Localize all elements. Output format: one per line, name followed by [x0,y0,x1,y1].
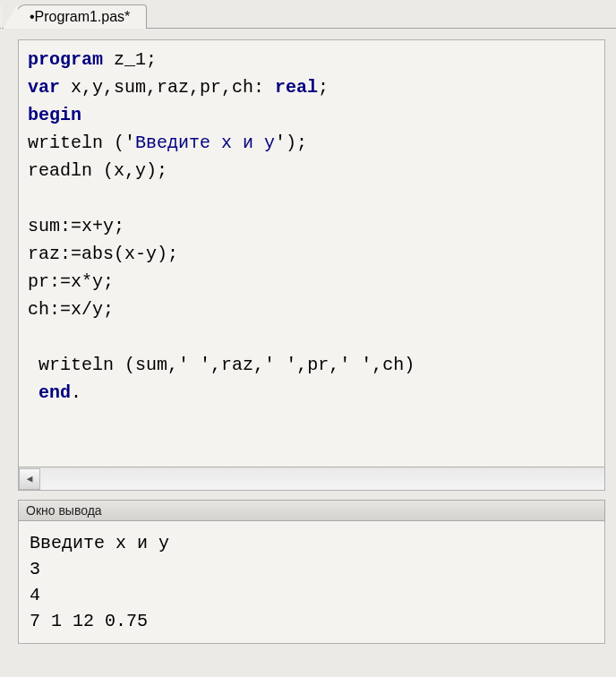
output-body[interactable]: Введите x и y 3 4 7 1 12 0.75 [18,521,605,644]
code-text: ' [124,133,135,153]
string-literal: Введите x и y [135,133,275,153]
code-text: writeln (sum, [28,355,178,375]
code-text: . [71,382,81,403]
output-panel: Окно вывода Введите x и y 3 4 7 1 12 0.7… [18,500,605,644]
tab-program1[interactable]: •Program1.pas* [16,4,147,29]
code-text: ); [286,133,307,153]
tab-bar: •Program1.pas* [0,0,616,29]
code-text: ' [361,355,372,375]
string-literal [189,355,200,375]
code-editor[interactable]: program z_1; var x,y,sum,raz,pr,ch: real… [18,39,605,467]
string-literal [275,355,286,375]
output-line: 4 [30,585,40,605]
code-text: ' [264,355,275,375]
output-title: Окно вывода [18,500,605,521]
code-text: ' [339,355,350,375]
kw-end: end [38,382,71,403]
code-text: readln (x,y); [28,160,167,181]
code-text [28,382,38,403]
kw-var: var [28,77,60,98]
editor-wrap: program z_1; var x,y,sum,raz,pr,ch: real… [0,29,616,467]
code-text: pr:=x*y; [28,271,114,292]
kw-real: real [275,77,318,98]
code-text: x,y,sum,raz,pr,ch: [60,77,275,98]
code-text: ,raz, [210,355,264,375]
code-text: writeln [28,133,103,153]
output-line: 7 1 12 0.75 [30,611,148,631]
code-text: raz:=abs(x-y); [28,244,178,264]
code-text: ch:=x/y; [28,299,114,320]
kw-program: program [28,49,103,70]
code-text: ' [286,355,296,375]
output-line: Введите x и y [30,533,169,553]
code-text: ' [200,355,210,375]
scroll-track[interactable] [40,468,604,490]
code-text: ,ch) [372,355,415,375]
string-literal [350,355,361,375]
code-text: z_1; [103,49,157,70]
code-text: sum:=x+y; [28,216,124,236]
code-text: ' [275,133,286,153]
code-text: ; [318,77,329,98]
chevron-left-icon: ◀ [27,473,33,484]
code-text: ( [103,133,124,153]
tab-label: •Program1.pas* [30,9,130,24]
output-line: 3 [30,559,40,579]
code-text: ,pr, [296,355,339,375]
scroll-left-button[interactable]: ◀ [19,468,40,490]
kw-begin: begin [28,105,81,125]
code-text: ' [178,355,189,375]
horizontal-scrollbar[interactable]: ◀ [18,467,605,491]
